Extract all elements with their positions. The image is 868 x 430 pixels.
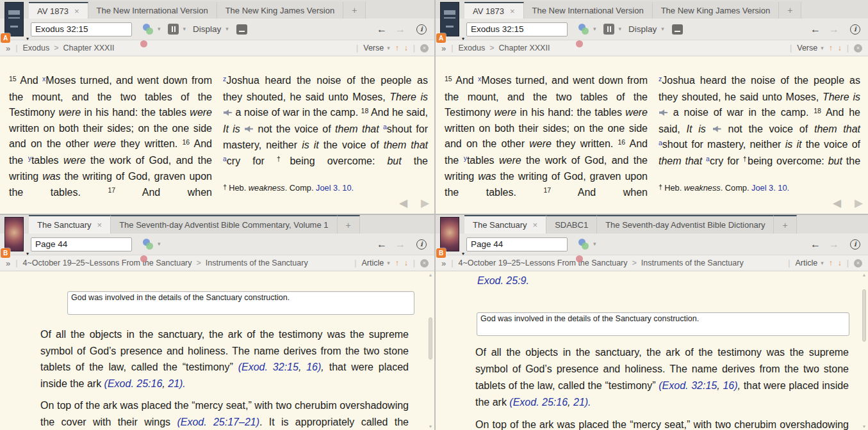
prev-article-button[interactable]: ↑ bbox=[395, 259, 399, 267]
scripture-link[interactable]: (Exod. 32:15 bbox=[238, 362, 299, 372]
nav-mode-select[interactable]: Verse bbox=[363, 44, 384, 52]
columns-layout-icon[interactable] bbox=[603, 24, 614, 35]
scripture-link[interactable]: (Exod. 32:15 bbox=[659, 380, 717, 391]
scripture-link[interactable]: 16) bbox=[723, 380, 737, 391]
back-button[interactable]: ← bbox=[377, 24, 387, 35]
new-tab-button[interactable]: + bbox=[779, 2, 801, 19]
back-button[interactable]: ← bbox=[810, 239, 821, 250]
chevrons-icon[interactable]: » bbox=[441, 44, 446, 53]
chevron-down-icon[interactable]: ▾ bbox=[183, 26, 186, 32]
tab-the-sanctuary[interactable]: The Sanctuary × bbox=[29, 215, 111, 234]
tab-niv[interactable]: The New International Version bbox=[524, 2, 653, 19]
breadcrumb-lesson[interactable]: 4~October 19–25~Lessons From the Sanctua… bbox=[458, 259, 627, 267]
close-icon[interactable]: × bbox=[97, 221, 102, 229]
breadcrumb-chapter[interactable]: Chapter XXXII bbox=[63, 44, 115, 52]
resources-icon[interactable] bbox=[576, 239, 589, 250]
tab-sda-commentary[interactable]: The Seventh-day Adventist Bible Commenta… bbox=[111, 215, 337, 234]
close-icon[interactable]: × bbox=[533, 221, 538, 229]
scripture-link[interactable]: (Exod. 25:16 bbox=[104, 378, 163, 389]
breadcrumb-book[interactable]: Exodus bbox=[22, 44, 49, 52]
columns-layout-icon[interactable] bbox=[168, 24, 179, 35]
info-icon[interactable]: i bbox=[850, 24, 860, 35]
next-verse-button[interactable]: ↓ bbox=[838, 44, 842, 52]
display-menu[interactable]: Display bbox=[628, 24, 657, 34]
breadcrumb-article[interactable]: Instruments of the Sanctuary bbox=[206, 259, 308, 267]
chevron-down-icon[interactable]: ▾ bbox=[26, 251, 29, 257]
scrollbar-thumb[interactable] bbox=[862, 289, 866, 342]
module-cover[interactable]: ▾ bbox=[439, 217, 461, 253]
chevron-down-icon[interactable]: ▾ bbox=[462, 251, 464, 257]
breadcrumb-lesson[interactable]: 4~October 19–25~Lessons From the Sanctua… bbox=[22, 259, 192, 267]
nav-mode-select[interactable]: Article bbox=[361, 259, 384, 267]
chevron-down-icon[interactable]: ▾ bbox=[387, 260, 390, 266]
tab-sda-dictionary[interactable]: The Seventh-day Adventist Bible Dictiona… bbox=[597, 215, 774, 234]
resources-icon[interactable] bbox=[140, 239, 153, 250]
reference-input[interactable] bbox=[31, 22, 132, 36]
forward-button[interactable]: → bbox=[829, 239, 839, 250]
speaker-icon[interactable] bbox=[713, 126, 721, 132]
chevrons-icon[interactable]: » bbox=[6, 259, 10, 268]
scripture-link[interactable]: 21). bbox=[573, 397, 591, 408]
page-next-icon[interactable]: ▶ bbox=[421, 197, 429, 209]
page-input[interactable] bbox=[31, 237, 132, 251]
chevrons-icon[interactable]: » bbox=[6, 44, 10, 53]
prev-verse-button[interactable]: ↑ bbox=[829, 44, 833, 52]
scripture-link[interactable]: Joel 3. 10. bbox=[316, 183, 354, 193]
forward-button[interactable]: → bbox=[395, 239, 405, 250]
close-pane-icon[interactable]: × bbox=[420, 259, 429, 267]
page-input[interactable] bbox=[466, 237, 568, 251]
nav-mode-select[interactable]: Verse bbox=[797, 44, 817, 52]
scroll-up-icon[interactable]: ▲ bbox=[861, 273, 867, 277]
info-icon[interactable]: i bbox=[416, 239, 427, 250]
close-pane-icon[interactable]: × bbox=[420, 44, 429, 52]
back-button[interactable]: ← bbox=[377, 239, 387, 250]
module-cover[interactable]: ▾ bbox=[3, 2, 25, 38]
chevron-down-icon[interactable]: ▾ bbox=[821, 260, 824, 266]
new-tab-button[interactable]: + bbox=[774, 215, 796, 234]
chevron-down-icon[interactable]: ▾ bbox=[821, 45, 824, 51]
tab-the-sanctuary[interactable]: The Sanctuary × bbox=[464, 215, 546, 234]
scripture-link[interactable]: 21). bbox=[168, 378, 186, 389]
chevron-down-icon[interactable]: ▾ bbox=[462, 36, 464, 42]
annotation-input[interactable]: God was involved in the details of the S… bbox=[67, 291, 414, 315]
resources-icon[interactable] bbox=[140, 24, 153, 35]
scripture-link[interactable]: Joel 3. 10. bbox=[751, 183, 789, 193]
prev-verse-button[interactable]: ↑ bbox=[395, 44, 399, 52]
page-prev-icon[interactable]: ◀ bbox=[833, 197, 841, 209]
scripture-link[interactable]: (Exod. 25:17–21) bbox=[177, 417, 259, 427]
close-icon[interactable]: × bbox=[510, 7, 515, 15]
tab-niv[interactable]: The New International Version bbox=[88, 2, 217, 19]
breadcrumb-chapter[interactable]: Chapter XXXII bbox=[499, 44, 550, 52]
speaker-icon[interactable] bbox=[224, 109, 232, 116]
scrollbar[interactable]: ▲ ▼ bbox=[427, 273, 434, 429]
tab-sdabc1[interactable]: SDABC1 bbox=[546, 215, 597, 234]
tab-av-1873[interactable]: AV 1873 × bbox=[464, 2, 524, 19]
chevron-down-icon[interactable]: ▾ bbox=[593, 26, 596, 32]
tab-nkjv[interactable]: The New King James Version bbox=[653, 2, 780, 19]
vertical-splitter[interactable] bbox=[434, 0, 436, 430]
close-icon[interactable]: × bbox=[74, 7, 79, 15]
page-next-icon[interactable]: ▶ bbox=[855, 197, 863, 209]
display-menu[interactable]: Display bbox=[193, 24, 221, 34]
tab-nkjv[interactable]: The New King James Version bbox=[217, 2, 344, 19]
info-icon[interactable]: i bbox=[850, 239, 860, 250]
chevron-down-icon[interactable]: ▾ bbox=[661, 26, 664, 32]
horizontal-splitter[interactable] bbox=[0, 214, 868, 215]
resources-icon[interactable] bbox=[576, 24, 589, 35]
module-cover[interactable]: ▾ bbox=[439, 2, 461, 38]
nav-mode-select[interactable]: Article bbox=[795, 259, 817, 267]
chevron-down-icon[interactable]: ▾ bbox=[158, 241, 161, 247]
scroll-down-icon[interactable]: ▼ bbox=[861, 424, 867, 429]
next-verse-button[interactable]: ↓ bbox=[404, 44, 408, 52]
new-tab-button[interactable]: + bbox=[338, 215, 360, 234]
scroll-up-icon[interactable]: ▲ bbox=[427, 273, 434, 277]
scripture-link[interactable]: (Exod. 25:16 bbox=[509, 397, 568, 408]
forward-button[interactable]: → bbox=[829, 24, 839, 35]
breadcrumb-article[interactable]: Instruments of the Sanctuary bbox=[641, 259, 744, 267]
prev-article-button[interactable]: ↑ bbox=[829, 259, 833, 267]
module-cover[interactable]: ▾ bbox=[3, 217, 25, 253]
reference-input[interactable] bbox=[466, 22, 568, 36]
tab-av-1873[interactable]: AV 1873 × bbox=[29, 2, 88, 19]
close-pane-icon[interactable]: × bbox=[854, 44, 862, 52]
chevron-down-icon[interactable]: ▾ bbox=[26, 36, 29, 42]
